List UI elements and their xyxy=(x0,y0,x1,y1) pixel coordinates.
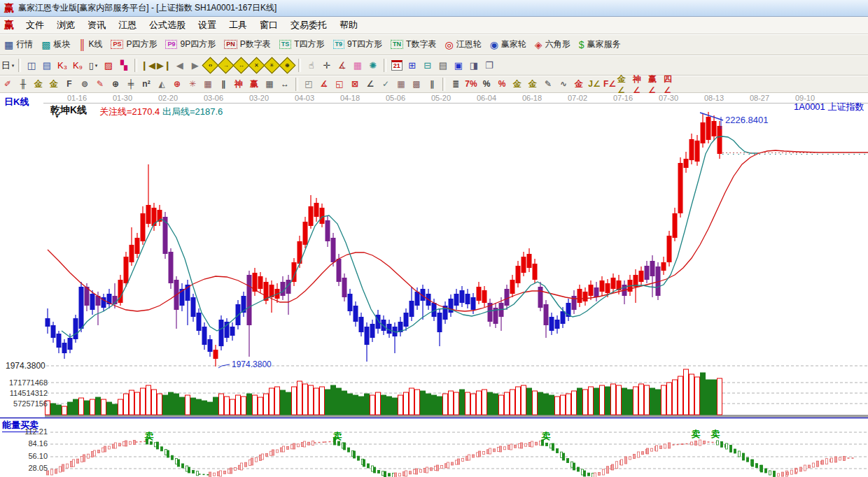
tool-gold-angle[interactable]: 金∠ xyxy=(617,77,633,91)
tool-candle-pen[interactable]: ✎ xyxy=(540,77,556,91)
tool-width-arrows[interactable]: ↔ xyxy=(277,77,293,91)
tool-zoom-horizontal[interactable]: ‹› xyxy=(204,58,218,72)
tool-k3-chart[interactable]: K₃ xyxy=(55,58,69,72)
tool-analysis-tool[interactable]: ✺ xyxy=(366,58,380,72)
tool-ying-angle[interactable]: 赢∠ xyxy=(648,77,664,91)
tool-k9-chart[interactable]: K₉ xyxy=(71,58,85,72)
tool-save[interactable]: ▣ xyxy=(451,58,465,72)
tool-data-table[interactable]: ⊟ xyxy=(421,58,435,72)
menu-item-tools[interactable]: 工具 xyxy=(223,17,253,33)
tool-fit-view[interactable]: ⊕ xyxy=(281,58,295,72)
menu-item-window[interactable]: 窗口 xyxy=(253,17,284,33)
tool-brush[interactable]: ✐ xyxy=(0,77,15,91)
toolbar-button-hexagon[interactable]: ◈六角形 xyxy=(531,37,575,52)
tool-kline-style-dropdown[interactable]: 日▾ xyxy=(1,58,15,72)
tool-notes[interactable]: ▤ xyxy=(436,58,450,72)
tool-percent-lines[interactable]: % xyxy=(494,77,510,91)
tool-shen-angle[interactable]: 神∠ xyxy=(633,77,648,91)
tool-drag-hand[interactable]: ☝ xyxy=(304,58,318,72)
tool-comb-grid[interactable]: ╫ xyxy=(15,77,31,91)
tool-first-page[interactable]: ❙◀ xyxy=(141,58,155,72)
tool-capture[interactable]: ◨ xyxy=(467,58,481,72)
toolbar-button-p-square[interactable]: PSP四方形 xyxy=(106,37,161,52)
tool-parallel-lines[interactable]: ∥ xyxy=(424,77,440,91)
tool-expand-horizontal[interactable]: ↔ xyxy=(234,58,248,72)
tool-circle-grid[interactable]: ⊕ xyxy=(108,77,123,91)
tool-wave-tool[interactable]: ∿ xyxy=(556,77,571,91)
tool-gold-lines[interactable]: 金 xyxy=(525,77,540,91)
tool-red-target[interactable]: ⊕ xyxy=(169,77,185,91)
menu-item-browse[interactable]: 浏览 xyxy=(50,17,81,33)
tool-box-x[interactable]: ⊠ xyxy=(347,77,363,91)
kline-type-arrow-icon[interactable]: ▼ xyxy=(55,114,59,119)
tool-next-page[interactable]: ▶ xyxy=(188,58,202,72)
toolbar-button-9t-square[interactable]: T99T四方形 xyxy=(329,37,387,52)
tool-print[interactable]: ❐ xyxy=(482,58,496,72)
tool-tick-tool[interactable]: ∥ xyxy=(216,77,231,91)
tool-star-grid[interactable]: ✳ xyxy=(185,77,200,91)
tool-calendar[interactable]: 21 xyxy=(390,58,404,72)
menu-item-trade-entrust[interactable]: 交易委托 xyxy=(284,17,333,33)
tool-seven-percent[interactable]: 7% xyxy=(463,77,479,91)
toolbar-button-winner-service[interactable]: $赢家服务 xyxy=(575,37,625,52)
tool-n-squared[interactable]: n² xyxy=(139,77,154,91)
menu-item-gann[interactable]: 江恩 xyxy=(112,17,143,33)
tool-box-fan[interactable]: ◱ xyxy=(332,77,347,91)
tool-gann-frame[interactable]: ▨ xyxy=(102,58,115,72)
toolbar-button-9p-square[interactable]: P99P四方形 xyxy=(161,37,220,52)
tool-percent[interactable]: % xyxy=(479,77,494,91)
tool-info-panel[interactable]: ▤ xyxy=(40,58,54,72)
wave-tool-icon: ∿ xyxy=(560,79,567,89)
menu-item-help[interactable]: 帮助 xyxy=(333,17,364,33)
tool-gold-grid-1[interactable]: 金 xyxy=(31,77,46,91)
tool-compress[interactable]: ✕ xyxy=(250,58,264,72)
tool-full-view[interactable]: ✳ xyxy=(265,58,279,72)
tool-dense-grid-1[interactable]: ▦ xyxy=(393,77,409,91)
candle-body xyxy=(404,313,409,327)
tool-color-chart[interactable]: ▚ xyxy=(117,58,131,72)
tool-gold-circle[interactable]: 金 xyxy=(510,77,525,91)
menu-item-settings[interactable]: 设置 xyxy=(192,17,223,33)
tool-red-pen[interactable]: ✎ xyxy=(92,77,108,91)
tool-candle-style-dropdown[interactable]: ▯▾ xyxy=(86,58,100,72)
menu-item-formula-stock-pick[interactable]: 公式选股 xyxy=(143,17,192,33)
tool-f-grid[interactable]: F xyxy=(62,77,77,91)
tool-tile-windows[interactable]: ◫ xyxy=(24,58,38,72)
tool-last-page[interactable]: ▶❙ xyxy=(157,58,172,72)
toolbar-button-winner-wheel[interactable]: ◉赢家轮 xyxy=(486,37,531,52)
chart-canvas[interactable] xyxy=(0,93,868,477)
tool-box-grid[interactable]: ▦ xyxy=(200,77,216,91)
tool-dense-grid-2[interactable]: ▩ xyxy=(409,77,424,91)
toolbar-button-t-number-table[interactable]: TNT数字表 xyxy=(386,37,440,52)
tool-gold-red-lines[interactable]: 金 xyxy=(571,77,587,91)
tool-angle-measure[interactable]: ∡ xyxy=(335,58,349,72)
tool-crosshair[interactable]: ✛ xyxy=(320,58,334,72)
tool-f-angle[interactable]: F∠ xyxy=(602,77,617,91)
tool-shen-tool[interactable]: 神 xyxy=(231,77,246,91)
tool-bars-tool[interactable]: ≣ xyxy=(448,77,463,91)
toolbar-button-quotes[interactable]: ▦行情 xyxy=(0,37,37,52)
tool-angle-lines[interactable]: ∠ xyxy=(363,77,378,91)
tool-j-angle[interactable]: J∠ xyxy=(587,77,602,91)
tool-spiral[interactable]: ⊚ xyxy=(77,77,92,91)
tool-prev-page[interactable]: ◀ xyxy=(173,58,187,72)
tool-pink-grid-tool[interactable]: ▦ xyxy=(351,58,365,72)
menu-item-news[interactable]: 资讯 xyxy=(81,17,112,33)
tool-angle-tool[interactable]: ◭ xyxy=(154,77,169,91)
tool-comb-grid-2[interactable]: ╪ xyxy=(123,77,139,91)
toolbar-button-sectors[interactable]: ▩板块 xyxy=(37,37,74,52)
tool-fan-lines[interactable]: ∡ xyxy=(316,77,332,91)
tool-window-box[interactable]: ◰ xyxy=(301,77,316,91)
tool-v-check[interactable]: ✓ xyxy=(378,77,393,91)
toolbar-button-p-number-table[interactable]: PNP数字表 xyxy=(220,37,275,52)
toolbar-button-gann-wheel[interactable]: ◎江恩轮 xyxy=(440,37,485,52)
tool-si-angle[interactable]: 四∠ xyxy=(664,77,679,91)
tool-gold-grid-2[interactable]: 金 xyxy=(46,77,62,91)
tool-grid-123[interactable]: ▦ xyxy=(262,77,277,91)
tool-calculator[interactable]: ⊞ xyxy=(405,58,419,72)
toolbar-button-kline[interactable]: ║K线 xyxy=(74,37,106,52)
tool-ying-tool[interactable]: 赢 xyxy=(246,77,262,91)
menu-item-file[interactable]: 文件 xyxy=(20,17,50,33)
toolbar-button-t-square[interactable]: TST四方形 xyxy=(275,37,329,52)
tool-shift-right[interactable]: → xyxy=(219,58,233,72)
